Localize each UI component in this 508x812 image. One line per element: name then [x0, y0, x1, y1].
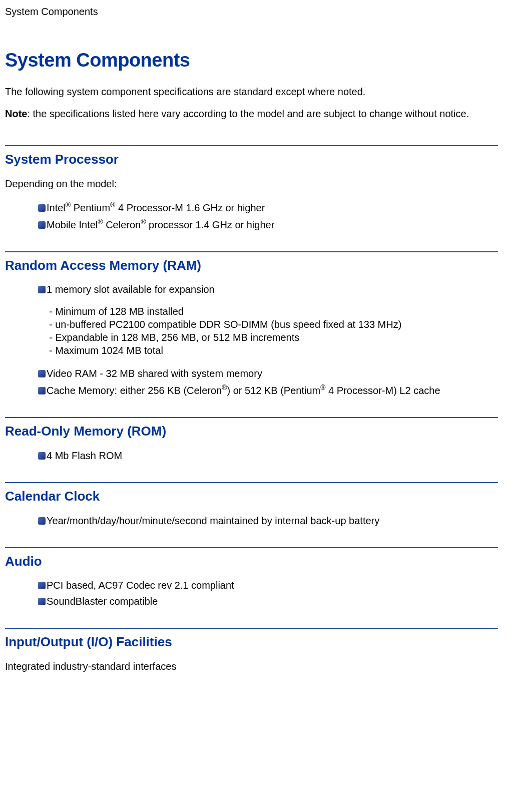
section-processor: System Processor Depending on the model:… [5, 145, 498, 231]
item-text: Celeron [103, 219, 141, 230]
registered-mark: ® [222, 383, 227, 391]
note-label: Note [5, 108, 27, 119]
list-item: Cache Memory: either 256 KB (Celeron®) o… [29, 383, 498, 397]
rom-list: 4 Mb Flash ROM [29, 449, 498, 462]
section-rule [5, 251, 498, 252]
item-text: Cache Memory: either 256 KB (Celeron [47, 385, 222, 396]
registered-mark: ® [66, 201, 71, 209]
bullet-icon [38, 387, 46, 394]
bullet-icon [38, 582, 46, 589]
ram-sublist: - Minimum of 128 MB installed - un-buffe… [49, 305, 498, 357]
section-heading-rom: Read-Only Memory (ROM) [5, 423, 498, 440]
note-body: : the specifications listed here vary ac… [27, 108, 469, 119]
item-text: processor 1.4 GHz or higher [146, 219, 275, 230]
section-rule [5, 628, 498, 629]
section-heading-audio: Audio [5, 553, 498, 570]
section-clock: Calendar Clock Year/month/day/hour/minut… [5, 482, 498, 527]
list-item: Mobile Intel® Celeron® processor 1.4 GHz… [29, 217, 498, 231]
bullet-icon [38, 286, 46, 293]
list-item: Year/month/day/hour/minute/second mainta… [29, 514, 498, 527]
item-text: Intel [47, 202, 66, 213]
item-text: Mobile Intel [47, 219, 98, 230]
bullet-icon [38, 452, 46, 460]
section-heading-ram: Random Access Memory (RAM) [5, 257, 498, 274]
processor-intro: Depending on the model: [5, 177, 498, 190]
item-text: 4 Processor-M 1.6 GHz or higher [115, 202, 265, 213]
item-text: Year/month/day/hour/minute/second mainta… [47, 515, 379, 526]
section-ram: Random Access Memory (RAM) 1 memory slot… [5, 251, 498, 397]
bullet-icon [38, 204, 46, 212]
section-rule [5, 417, 498, 418]
intro-text: The following system component specifica… [5, 85, 498, 98]
list-item: Video RAM - 32 MB shared with system mem… [29, 367, 498, 380]
item-text: PCI based, AC97 Codec rev 2.1 compliant [47, 580, 234, 591]
bullet-icon [38, 221, 46, 229]
registered-mark: ® [320, 383, 325, 391]
list-item: 4 Mb Flash ROM [29, 449, 498, 462]
sublist-item: - Maximum 1024 MB total [49, 344, 498, 357]
section-rule [5, 547, 498, 548]
section-heading-processor: System Processor [5, 151, 498, 168]
item-text: 4 Mb Flash ROM [47, 450, 122, 461]
note-text: Note: the specifications listed here var… [5, 107, 498, 120]
audio-list: PCI based, AC97 Codec rev 2.1 compliant … [29, 579, 498, 608]
bullet-icon [38, 598, 46, 605]
registered-mark: ® [98, 218, 103, 226]
sublist-item: - un-buffered PC2100 compatible DDR SO-D… [49, 318, 498, 331]
bullet-icon [38, 370, 46, 377]
item-text: 4 Processor-M) L2 cache [326, 385, 440, 396]
section-rule [5, 145, 498, 146]
section-heading-clock: Calendar Clock [5, 488, 498, 505]
item-text: SoundBlaster compatible [47, 596, 158, 607]
registered-mark: ® [141, 218, 146, 226]
bullet-icon [38, 517, 46, 525]
section-audio: Audio PCI based, AC97 Codec rev 2.1 comp… [5, 547, 498, 608]
processor-list: Intel® Pentium® 4 Processor-M 1.6 GHz or… [29, 200, 498, 231]
item-text: 1 memory slot available for expansion [47, 284, 215, 295]
sublist-item: - Minimum of 128 MB installed [49, 305, 498, 318]
registered-mark: ® [110, 201, 115, 209]
list-item: SoundBlaster compatible [29, 595, 498, 608]
list-item: Intel® Pentium® 4 Processor-M 1.6 GHz or… [29, 200, 498, 214]
list-item: PCI based, AC97 Codec rev 2.1 compliant [29, 579, 498, 592]
clock-list: Year/month/day/hour/minute/second mainta… [29, 514, 498, 527]
main-title: System Components [5, 48, 498, 73]
section-heading-io: Input/Output (I/O) Facilities [5, 634, 498, 651]
section-rule [5, 482, 498, 483]
section-rom: Read-Only Memory (ROM) 4 Mb Flash ROM [5, 417, 498, 462]
item-text: Pentium [71, 202, 110, 213]
section-io: Input/Output (I/O) Facilities Integrated… [5, 628, 498, 673]
item-text: ) or 512 KB (Pentium [227, 385, 320, 396]
list-item: 1 memory slot available for expansion - … [29, 283, 498, 357]
item-text: Video RAM - 32 MB shared with system mem… [47, 368, 262, 379]
page-header: System Components [5, 5, 498, 18]
io-intro: Integrated industry-standard interfaces [5, 660, 498, 673]
ram-list: 1 memory slot available for expansion - … [29, 283, 498, 397]
sublist-item: - Expandable in 128 MB, 256 MB, or 512 M… [49, 331, 498, 344]
